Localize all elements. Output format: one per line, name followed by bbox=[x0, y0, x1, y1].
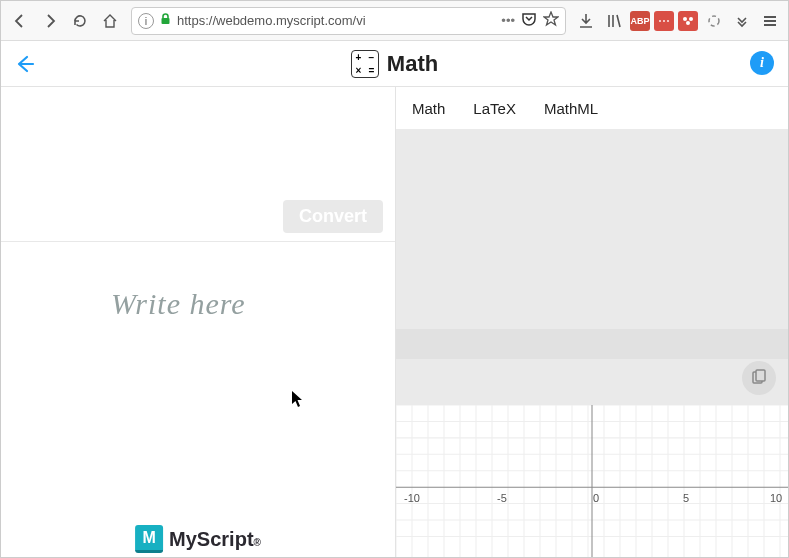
output-divider bbox=[396, 329, 788, 359]
home-button[interactable] bbox=[97, 8, 123, 34]
svg-point-4 bbox=[709, 16, 719, 26]
reload-button[interactable] bbox=[67, 8, 93, 34]
copy-button[interactable] bbox=[742, 361, 776, 395]
x-tick: -5 bbox=[497, 491, 507, 503]
cursor-icon bbox=[291, 390, 305, 412]
info-button[interactable]: i bbox=[750, 51, 774, 75]
convert-toolbar: Convert bbox=[1, 87, 395, 242]
nav-back-button[interactable] bbox=[7, 8, 33, 34]
left-pane: Convert Write here M MyScript® bbox=[1, 87, 396, 557]
hamburger-menu-icon[interactable] bbox=[758, 9, 782, 33]
x-tick: 5 bbox=[683, 491, 689, 503]
tab-latex[interactable]: LaTeX bbox=[473, 100, 516, 117]
lock-icon bbox=[160, 13, 171, 28]
svg-point-3 bbox=[686, 21, 690, 25]
brand-name: MyScript bbox=[169, 528, 253, 550]
adblock-icon[interactable]: ABP bbox=[630, 11, 650, 31]
app-body: Convert Write here M MyScript® Math LaTe… bbox=[1, 87, 788, 557]
math-app-icon: +−×= bbox=[351, 50, 379, 78]
app-back-button[interactable] bbox=[1, 41, 47, 87]
right-pane: Math LaTeX MathML bbox=[396, 87, 788, 557]
url-ellipsis: ••• bbox=[501, 13, 515, 28]
svg-point-1 bbox=[683, 17, 687, 21]
tab-math[interactable]: Math bbox=[412, 100, 445, 117]
output-panel bbox=[396, 129, 788, 405]
sync-icon[interactable] bbox=[702, 9, 726, 33]
site-info-icon[interactable]: i bbox=[138, 13, 154, 29]
placeholder-text: Write here bbox=[111, 287, 246, 321]
mendeley-icon[interactable] bbox=[678, 11, 698, 31]
brand-logo-icon: M bbox=[135, 525, 163, 553]
svg-point-2 bbox=[689, 17, 693, 21]
convert-button[interactable]: Convert bbox=[283, 200, 383, 233]
svg-rect-0 bbox=[162, 18, 170, 24]
url-bar[interactable]: i https://webdemo.myscript.com/vi ••• bbox=[131, 7, 566, 35]
x-tick: -10 bbox=[404, 491, 420, 503]
x-tick: 10 bbox=[770, 491, 782, 503]
library-icon[interactable] bbox=[602, 9, 626, 33]
app-header: +−×= Math i bbox=[1, 41, 788, 87]
x-tick: 0 bbox=[593, 491, 599, 503]
graph-grid: -10 -5 0 5 10 bbox=[396, 405, 788, 557]
overflow-icon[interactable] bbox=[730, 9, 754, 33]
handwriting-area[interactable]: Write here M MyScript® bbox=[1, 242, 395, 557]
downloads-icon[interactable] bbox=[574, 9, 598, 33]
extension-icon-1[interactable]: ⋯ bbox=[654, 11, 674, 31]
svg-rect-6 bbox=[756, 370, 765, 381]
brand-logo-wrap: M MyScript® bbox=[135, 525, 261, 553]
graph-panel[interactable]: -10 -5 0 5 10 bbox=[396, 405, 788, 557]
output-tabs: Math LaTeX MathML bbox=[396, 87, 788, 129]
pocket-icon[interactable] bbox=[521, 11, 537, 30]
page-title: Math bbox=[387, 51, 438, 77]
bookmark-star-icon[interactable] bbox=[543, 11, 559, 30]
tab-mathml[interactable]: MathML bbox=[544, 100, 598, 117]
nav-forward-button[interactable] bbox=[37, 8, 63, 34]
url-text: https://webdemo.myscript.com/vi bbox=[177, 13, 495, 28]
browser-toolbar: i https://webdemo.myscript.com/vi ••• AB… bbox=[1, 1, 788, 41]
